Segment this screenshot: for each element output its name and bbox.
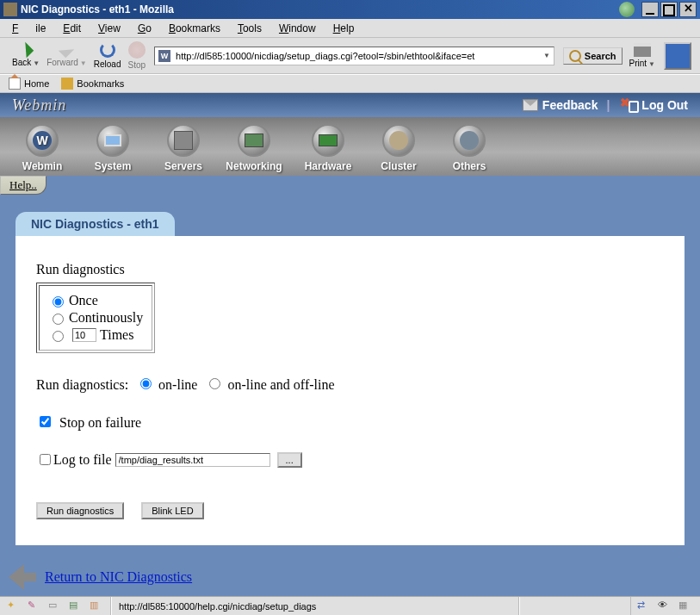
- window-titlebar: NIC Diagnostics - eth1 - Mozilla ✕: [0, 0, 700, 19]
- status-composer-icon[interactable]: ✎: [28, 599, 41, 613]
- menu-window[interactable]: Window: [279, 22, 316, 34]
- cat-others[interactable]: Others: [436, 124, 503, 172]
- suse-icon: [619, 2, 635, 17]
- logout-link[interactable]: Log Out: [622, 97, 688, 113]
- radio-times-label: Times: [100, 327, 133, 343]
- radio-continuously[interactable]: [53, 314, 64, 325]
- back-button[interactable]: Back▼: [12, 44, 40, 67]
- radio-once[interactable]: [53, 296, 64, 308]
- radio-continuously-label: Continuously: [69, 310, 143, 326]
- status-mail-icon[interactable]: ▭: [48, 599, 62, 613]
- menu-go[interactable]: Go: [138, 22, 152, 34]
- help-link[interactable]: Help..: [0, 176, 46, 195]
- webmin-header: Webmin Feedback | Log Out: [0, 93, 700, 117]
- menu-tools[interactable]: Tools: [238, 22, 262, 34]
- cat-webmin[interactable]: WWebmin: [9, 124, 76, 172]
- radio-once-label: Once: [69, 293, 98, 308]
- logout-icon: [622, 97, 637, 113]
- mail-icon: [523, 99, 538, 111]
- forward-button[interactable]: Forward▼: [46, 44, 87, 67]
- cat-hardware[interactable]: Hardware: [294, 124, 362, 172]
- section-title: NIC Diagnostics - eth1: [15, 212, 175, 236]
- throbber-icon: [664, 42, 691, 70]
- status-irc-icon[interactable]: ▥: [90, 599, 103, 613]
- status-addressbook-icon[interactable]: ▤: [69, 599, 83, 613]
- radio-times[interactable]: [53, 331, 64, 342]
- app-icon: [3, 3, 17, 16]
- bookmarks-button[interactable]: Bookmarks: [61, 78, 124, 90]
- run-diagnostics-label: Run diagnostics: [36, 262, 664, 277]
- feedback-link[interactable]: Feedback: [523, 98, 598, 112]
- close-button[interactable]: ✕: [679, 2, 697, 17]
- content-area: NIC Diagnostics - eth1 Run diagnostics O…: [0, 195, 700, 554]
- log-to-file-label: Log to file: [53, 452, 112, 468]
- cat-servers[interactable]: Servers: [150, 124, 217, 172]
- status-online-icon[interactable]: ⇄: [637, 599, 653, 613]
- reload-button[interactable]: Reload: [94, 42, 121, 69]
- checkbox-stop-on-failure[interactable]: [40, 416, 51, 427]
- networking-icon: [245, 134, 263, 147]
- stop-on-failure-label: Stop on failure: [59, 415, 141, 430]
- cluster-icon: [389, 131, 408, 150]
- run-diagnostics-button[interactable]: Run diagnostics: [36, 502, 124, 519]
- favicon-icon: W: [158, 50, 170, 62]
- url-bar[interactable]: W ▼: [154, 47, 554, 65]
- checkbox-log-to-file[interactable]: [40, 454, 51, 465]
- webmin-logo: Webmin: [12, 96, 66, 115]
- stop-button[interactable]: Stop: [127, 41, 146, 70]
- radio-online-offline-label: on-line and off-line: [227, 377, 334, 392]
- help-tab-row: Help..: [0, 176, 700, 195]
- cat-networking[interactable]: Networking: [220, 124, 288, 172]
- stop-icon: [128, 41, 146, 59]
- diagnostics-panel: Run diagnostics Once Continuously Times: [15, 236, 685, 545]
- status-url: http://dl585:10000/help.cgi/nicdiag/setu…: [111, 597, 519, 615]
- url-dropdown-icon[interactable]: ▼: [543, 52, 550, 59]
- servers-icon: [174, 131, 193, 150]
- status-progress: [519, 597, 631, 615]
- window-title: NIC Diagnostics - eth1 - Mozilla: [21, 3, 614, 16]
- maximize-button[interactable]: [660, 2, 678, 17]
- print-icon: [634, 43, 651, 57]
- bookmarks-icon: [61, 78, 73, 90]
- print-button[interactable]: Print▼: [629, 43, 655, 68]
- radio-online-offline[interactable]: [209, 378, 220, 389]
- blink-led-button[interactable]: Blink LED: [141, 502, 203, 519]
- system-icon: [104, 134, 121, 146]
- return-arrow-icon: [9, 568, 38, 587]
- personal-toolbar: Home Bookmarks: [0, 74, 700, 93]
- menu-edit[interactable]: Edit: [63, 22, 81, 34]
- url-input[interactable]: [174, 50, 540, 62]
- home-icon: [9, 78, 21, 90]
- category-bar: WWebmin System Servers Networking Hardwa…: [0, 117, 700, 176]
- reload-icon: [100, 42, 115, 58]
- status-bar: ✦ ✎ ▭ ▤ ▥ http://dl585:10000/help.cgi/ni…: [0, 596, 700, 615]
- others-icon: [460, 131, 479, 150]
- status-cookie-icon[interactable]: 👁: [658, 599, 673, 613]
- radio-online[interactable]: [140, 378, 152, 389]
- return-link[interactable]: Return to NIC Diagnostics: [45, 569, 192, 585]
- navigation-toolbar: Back▼ Forward▼ Reload Stop W ▼ Search Pr…: [0, 38, 700, 74]
- mode-label: Run diagnostics:: [36, 377, 128, 392]
- diagnostics-mode-row: Run diagnostics: on-line on-line and off…: [36, 377, 664, 393]
- cat-system[interactable]: System: [79, 124, 146, 172]
- forward-arrow-icon: [59, 42, 74, 58]
- hardware-icon: [319, 134, 338, 146]
- browse-button[interactable]: ...: [277, 452, 302, 468]
- menu-view[interactable]: View: [98, 22, 121, 34]
- minimize-button[interactable]: [641, 2, 659, 17]
- search-icon: [569, 50, 581, 62]
- run-count-group: Once Continuously Times: [36, 283, 155, 353]
- search-button[interactable]: Search: [563, 47, 623, 65]
- status-security-icon[interactable]: ▦: [678, 599, 694, 613]
- home-button[interactable]: Home: [9, 78, 49, 90]
- back-arrow-icon: [18, 42, 34, 58]
- menu-help[interactable]: Help: [333, 22, 355, 34]
- status-star-icon[interactable]: ✦: [7, 599, 21, 613]
- menu-bookmarks[interactable]: Bookmarks: [169, 22, 220, 34]
- times-input[interactable]: [72, 328, 96, 342]
- menu-file[interactable]: File: [12, 22, 46, 34]
- log-file-input[interactable]: [115, 453, 270, 467]
- menu-bar: File Edit View Go Bookmarks Tools Window…: [0, 19, 700, 38]
- webmin-icon: W: [33, 131, 52, 150]
- cat-cluster[interactable]: Cluster: [365, 124, 432, 172]
